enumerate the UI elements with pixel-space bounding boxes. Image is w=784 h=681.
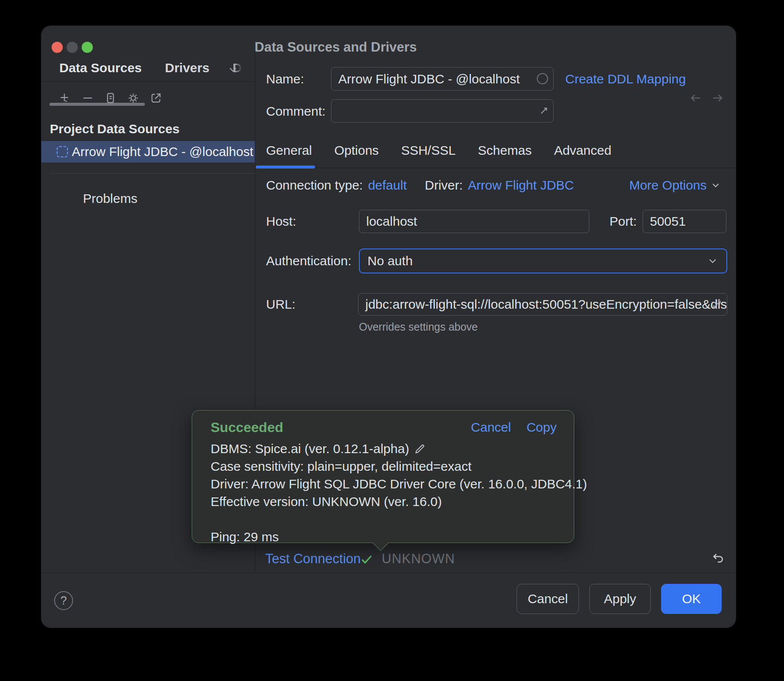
connection-type-label: Connection type: <box>266 178 363 193</box>
expand-icon[interactable] <box>537 105 550 118</box>
comment-input[interactable] <box>331 99 554 123</box>
undo-icon <box>708 549 727 568</box>
driver-label: Driver: <box>425 178 462 193</box>
url-hint: Overrides settings above <box>359 321 478 333</box>
connection-type-row: Connection type: default Driver: Arrow F… <box>266 178 574 193</box>
port-label: Port: <box>609 214 637 229</box>
name-input[interactable]: Arrow Flight JDBC - @localhost <box>331 67 554 91</box>
sidebar-separator <box>50 173 255 174</box>
host-label: Host: <box>266 214 296 229</box>
case-sensitivity-line: Case sensitivity: plain=upper, delimited… <box>211 457 557 475</box>
help-button[interactable]: ? <box>54 591 73 610</box>
name-label: Name: <box>266 71 304 87</box>
data-sources-dialog: Data Sources and Drivers Data Sources Dr… <box>41 26 736 628</box>
pencil-icon[interactable] <box>413 442 426 455</box>
tab-data-sources[interactable]: Data Sources <box>59 61 142 75</box>
authentication-label: Authentication: <box>266 253 351 269</box>
comment-label: Comment: <box>266 104 325 119</box>
status-badge: Succeeded <box>211 420 283 436</box>
expand-icon[interactable] <box>710 298 723 311</box>
tab-ssh-ssl[interactable]: SSH/SSL <box>401 143 456 158</box>
add-icon[interactable] <box>55 89 74 107</box>
name-value: Arrow Flight JDBC - @localhost <box>338 72 520 86</box>
forward-arrow-icon[interactable] <box>708 89 727 107</box>
ok-button[interactable]: OK <box>661 584 722 614</box>
tab-schemas[interactable]: Schemas <box>478 143 532 158</box>
revert-button[interactable] <box>708 549 727 568</box>
titlebar: Data Sources and Drivers <box>41 26 736 50</box>
back-arrow-icon[interactable] <box>686 89 705 107</box>
dialog-button-bar: ? Cancel Apply OK <box>41 573 736 628</box>
driver-link[interactable]: Arrow Flight JDBC <box>468 178 574 193</box>
tab-general[interactable]: General <box>266 143 312 158</box>
data-source-label: Arrow Flight JDBC - @localhost <box>72 144 253 159</box>
url-label: URL: <box>266 297 295 312</box>
tab-options[interactable]: Options <box>334 143 379 158</box>
test-connection-link[interactable]: Test Connection <box>265 551 361 567</box>
popup-copy-link[interactable]: Copy <box>527 420 557 435</box>
port-input[interactable]: 50051 <box>643 210 726 233</box>
authentication-value: No auth <box>368 254 413 268</box>
gear-icon[interactable] <box>124 89 143 107</box>
data-source-icon <box>57 146 68 157</box>
duplicate-icon[interactable] <box>101 89 120 107</box>
sidebar-toolbar <box>41 83 255 113</box>
host-input[interactable]: localhost <box>359 210 589 233</box>
tab-advanced[interactable]: Advanced <box>554 143 611 158</box>
connection-status-text: UNKNOWN <box>382 551 455 567</box>
cancel-button[interactable]: Cancel <box>517 584 579 614</box>
config-tab-strip: General Options SSH/SSL Schemas Advanced <box>266 142 611 159</box>
more-options-link[interactable]: More Options <box>629 178 721 193</box>
open-in-new-icon[interactable] <box>147 89 165 107</box>
create-ddl-mapping-link[interactable]: Create DDL Mapping <box>565 71 686 87</box>
sidebar-tab-strip: Data Sources Drivers D <box>41 50 255 82</box>
problems-section[interactable]: Problems <box>83 191 138 206</box>
authentication-select[interactable]: No auth <box>359 248 727 273</box>
chevron-down-icon <box>710 180 721 191</box>
chevron-down-icon[interactable] <box>227 64 239 76</box>
test-connection-popup: Succeeded Cancel Copy DBMS: Spice.ai (ve… <box>192 410 574 543</box>
progress-circle-icon <box>537 73 548 84</box>
config-tabs-border <box>255 168 736 168</box>
url-value: jdbc:arrow-flight-sql://localhost:50051?… <box>365 297 727 312</box>
history-navigation <box>686 83 727 113</box>
host-value: localhost <box>366 214 417 229</box>
port-value: 50051 <box>650 214 686 229</box>
apply-button[interactable]: Apply <box>589 584 651 614</box>
dbms-line: DBMS: Spice.ai (ver. 0.12.1-alpha) <box>211 440 557 457</box>
connection-type-link[interactable]: default <box>368 178 407 193</box>
driver-line: Driver: Arrow Flight SQL JDBC Driver Cor… <box>211 475 557 493</box>
blank-line <box>211 510 557 528</box>
checkmark-icon <box>359 552 374 567</box>
effective-version-line: Effective version: UNKNOWN (ver. 16.0) <box>211 493 557 510</box>
popup-cancel-link[interactable]: Cancel <box>471 420 511 435</box>
tab-drivers[interactable]: Drivers <box>165 61 209 75</box>
url-input[interactable]: jdbc:arrow-flight-sql://localhost:50051?… <box>358 293 727 316</box>
data-source-list-item[interactable]: Arrow Flight JDBC - @localhost <box>41 141 255 163</box>
active-config-tab-indicator <box>256 166 315 169</box>
chevron-down-icon <box>707 255 719 267</box>
remove-icon[interactable] <box>78 89 97 107</box>
project-data-sources-header: Project Data Sources <box>50 121 180 137</box>
